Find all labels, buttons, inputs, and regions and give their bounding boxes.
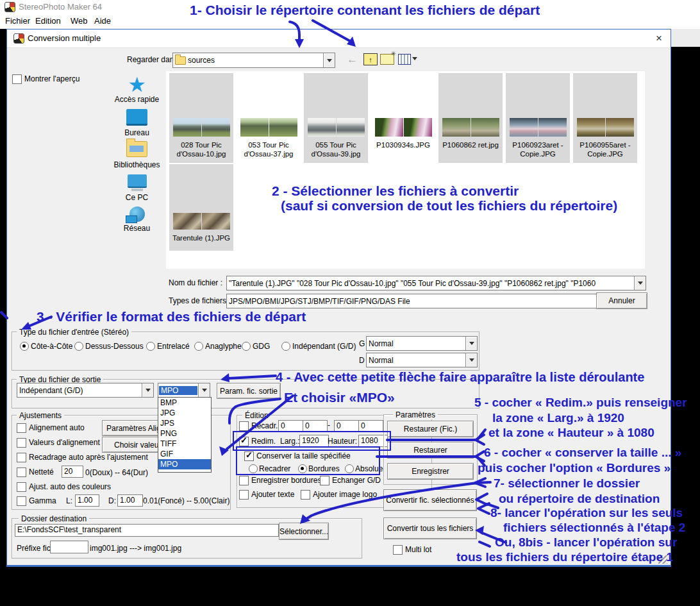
radio-independant[interactable] xyxy=(281,342,290,351)
auto-align-checkbox[interactable] xyxy=(17,423,26,433)
format-dropdown-list[interactable]: BMP JPG JPS PNG TIFF GIF MPO xyxy=(158,397,212,473)
keep-size-checkbox[interactable] xyxy=(244,451,254,461)
menu-item-edition[interactable]: Edition xyxy=(35,16,61,26)
dropdown-item-tiff[interactable]: TIFF xyxy=(158,439,211,449)
radio-cote-a-cote[interactable] xyxy=(20,342,29,351)
keep-size-label: Conserver la taille spécifiée xyxy=(256,451,351,460)
output-params-button[interactable]: Param. fic. sortie xyxy=(217,383,281,399)
radio-bordures[interactable] xyxy=(298,464,307,473)
dialog-icon xyxy=(13,33,24,44)
d-combo[interactable]: Normal xyxy=(366,353,478,367)
restore-file-button[interactable]: Restaurer (Fic.) xyxy=(387,421,474,437)
dropdown-item-png[interactable]: PNG xyxy=(158,428,211,439)
filename-combo[interactable]: "Tarentule (1).JPG" "028 Tour Pic d'Ossa… xyxy=(226,276,646,290)
gamma-checkbox[interactable] xyxy=(17,496,26,506)
destination-path-field[interactable]: E:\FondsSCF\test_transparent xyxy=(15,524,279,537)
chevron-down-icon[interactable] xyxy=(634,276,646,290)
align-values-checkbox[interactable] xyxy=(17,438,26,448)
annotation-step1: 1- Choisir le répertoire contenant les f… xyxy=(190,3,540,18)
back-arrow-icon[interactable]: ← xyxy=(347,54,360,65)
file-thumbnail[interactable]: P1060862 ret.jpg xyxy=(438,73,503,163)
menu-item-aide[interactable]: Aide xyxy=(94,16,111,26)
place-quick-access[interactable]: ★ Accès rapide xyxy=(106,74,167,104)
dropdown-item-jpg[interactable]: JPG xyxy=(158,408,211,418)
auto-crop-checkbox[interactable] xyxy=(17,453,26,462)
close-icon[interactable]: × xyxy=(649,31,669,46)
add-text-checkbox[interactable] xyxy=(239,490,249,500)
g-combo[interactable]: Normal xyxy=(366,336,478,351)
restore-button[interactable]: Restaurer xyxy=(387,442,474,459)
chevron-down-icon[interactable] xyxy=(198,383,210,397)
radio-recadrer[interactable] xyxy=(249,464,258,473)
show-preview-checkbox[interactable] xyxy=(12,74,22,84)
sharpness-field[interactable]: 20 xyxy=(62,466,83,478)
dropdown-item-bmp[interactable]: BMP xyxy=(158,398,211,408)
place-network[interactable]: Réseau xyxy=(106,206,167,233)
file-thumbnail[interactable]: P1060923aret - Copie.JPG xyxy=(506,73,570,163)
radio-dessus-dessous[interactable] xyxy=(74,342,83,351)
dropdown-item-jps[interactable]: JPS xyxy=(158,418,211,428)
swap-lr-checkbox[interactable] xyxy=(320,476,329,485)
container-combo[interactable]: MPO xyxy=(158,383,210,398)
filetype-combo[interactable]: JPS/MPO/BMI/JPG/STJ/BMP/TIF/GIF/PNG/DAS … xyxy=(226,294,646,308)
radio-entrelace[interactable] xyxy=(146,342,155,351)
menu-item-fichier[interactable]: Fichier xyxy=(5,16,30,26)
chevron-down-icon[interactable] xyxy=(465,337,477,350)
auto-color-checkbox[interactable] xyxy=(17,482,26,492)
file-thumbnail[interactable]: Tarentule (1).JPG xyxy=(169,164,233,251)
width-field[interactable]: 1920 xyxy=(299,435,329,447)
output-format-combo[interactable]: Indépendant (G/D) xyxy=(17,383,154,398)
prefix-label: Préfixe fic.: xyxy=(17,544,54,553)
resize-checkbox[interactable] xyxy=(239,437,249,446)
filetype-value: JPS/MPO/BMI/JPG/STJ/BMP/TIF/GIF/PNG/DAS … xyxy=(227,297,634,306)
radio-gdg[interactable] xyxy=(242,342,251,351)
multi-lot-checkbox[interactable] xyxy=(393,545,403,555)
prefix-field[interactable] xyxy=(50,541,88,553)
width-label: Larg.: xyxy=(280,437,300,446)
chevron-down-icon[interactable] xyxy=(323,53,335,67)
radio-anaglyphe[interactable] xyxy=(194,342,203,351)
add-logo-checkbox[interactable] xyxy=(301,490,310,500)
place-desktop[interactable]: Bureau xyxy=(106,109,167,137)
save-borders-checkbox[interactable] xyxy=(239,476,249,485)
place-libraries[interactable]: Bibliothèques xyxy=(106,141,167,169)
save-button[interactable]: Enregistrer xyxy=(387,463,474,480)
view-menu-icon[interactable] xyxy=(398,54,411,65)
place-this-pc[interactable]: Ce PC xyxy=(106,174,167,202)
crop-field-2[interactable]: 0 xyxy=(303,420,328,432)
resize-label: Redim. xyxy=(251,437,276,446)
chevron-down-icon[interactable] xyxy=(142,383,153,397)
radio-absolue[interactable] xyxy=(345,464,354,473)
file-thumbnail[interactable]: P1060955aret - Copie.JPG xyxy=(573,73,637,163)
gamma-d-field[interactable]: 1.00 xyxy=(117,494,143,507)
window-edge-strip xyxy=(671,29,700,47)
convert-all-button[interactable]: Convertir tous les fichiers xyxy=(383,518,477,539)
file-thumbnail[interactable]: 053 Tour Pic d'Ossau-37.jpg xyxy=(237,73,301,163)
look-in-combo[interactable]: sources xyxy=(172,53,335,68)
menu-item-web[interactable]: Web xyxy=(71,16,88,26)
convert-selected-button[interactable]: Convertir fic. sélectionnés xyxy=(383,489,477,511)
container-value: MPO xyxy=(159,386,197,395)
stereo-thumb xyxy=(438,118,503,137)
chevron-down-icon[interactable] xyxy=(465,353,477,367)
file-thumbnail[interactable]: 028 Tour Pic d'Ossau-10.jpg xyxy=(169,73,233,163)
dialog-titlebar[interactable] xyxy=(7,29,671,48)
new-folder-icon[interactable]: ✳ xyxy=(380,54,394,65)
annotation-step7-line2: ou répertoire de destination xyxy=(499,492,660,506)
file-thumbnail[interactable]: P1030934s.JPG xyxy=(371,73,435,163)
sharpness-checkbox[interactable] xyxy=(17,467,26,477)
dropdown-item-mpo[interactable]: MPO xyxy=(158,459,211,469)
cancel-button[interactable]: Annuler xyxy=(596,292,647,309)
app-icon xyxy=(4,2,15,12)
crop-checkbox[interactable] xyxy=(239,421,249,431)
dropdown-item-gif[interactable]: GIF xyxy=(158,449,211,459)
view-menu-caret-icon[interactable] xyxy=(412,57,417,63)
up-folder-icon[interactable]: ↑ xyxy=(363,53,378,65)
crop-field-3[interactable]: 0 xyxy=(334,420,359,432)
gamma-l-field[interactable]: 1.00 xyxy=(75,494,99,507)
crop-field-1[interactable]: 0 xyxy=(278,420,303,432)
select-folder-button[interactable]: Sélectionner... xyxy=(279,523,329,540)
crop-field-4[interactable]: 0 xyxy=(358,420,383,432)
file-thumbnail[interactable]: 055 Tour Pic d'Ossau-39.jpg xyxy=(304,73,368,163)
filename-value[interactable]: "Tarentule (1).JPG" "028 Tour Pic d'Ossa… xyxy=(227,279,634,288)
